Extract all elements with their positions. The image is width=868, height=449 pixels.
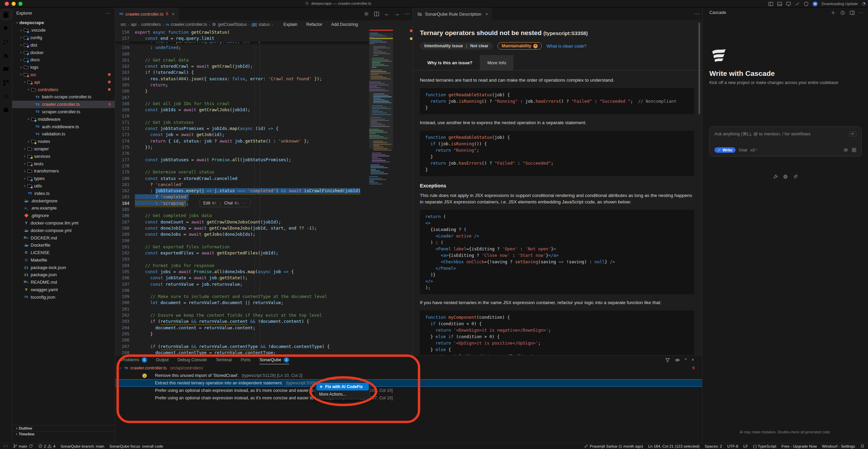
code-line-189[interactable]: 189 const doneJobs = await getJobs(doneJ… — [115, 231, 369, 237]
code-line-164[interactable]: 164 res.status(404).json({ success: fals… — [115, 76, 369, 82]
panel-tab-terminal[interactable]: Terminal — [216, 355, 232, 364]
tree-item-config[interactable]: ›config — [12, 34, 115, 41]
tab-more-info[interactable]: More Info — [480, 55, 514, 70]
code-line-186[interactable]: 186 // Get completed jobs data — [115, 213, 369, 219]
panel-tab-sonarqube[interactable]: SonarQube4 — [259, 355, 289, 364]
code-line-188[interactable]: 188 const doneJobIds = await getCrawlDon… — [115, 225, 369, 231]
code-line-203[interactable]: 203 if (returnValue && returnValue.conte… — [115, 318, 369, 325]
code-line-207[interactable]: 207 if (returnValue && returnValue.conte… — [115, 344, 369, 350]
breadcrumb-status[interactable]: status — [258, 22, 270, 27]
tree-item-package-json[interactable]: {}package.json — [12, 271, 115, 279]
code-line-166[interactable]: 166 } — [115, 88, 369, 94]
code-line-170[interactable]: 170 — [115, 113, 369, 119]
tree-item-tests[interactable]: ›tests — [12, 160, 115, 167]
code-line-204[interactable]: 204 document.content = returnValue.conte… — [115, 325, 369, 331]
code-line-150[interactable]: 150export async function getCrawlStatus( — [115, 29, 369, 35]
problem-row-1[interactable]: ⌄Remove this unused import of 'StoredCra… — [115, 372, 702, 379]
status-item[interactable]: { } TypeScript — [753, 444, 776, 448]
code-line-172[interactable]: 172 const jobStatusPromises = jobIds.map… — [115, 126, 369, 132]
activity-docker-box[interactable] — [1, 105, 11, 115]
code-line-169[interactable]: 169 const jobIds = await getCrawlJobs(jo… — [115, 107, 369, 113]
code-line-158[interactable]: 158 ? start + parseInt(req.query.limit, … — [115, 41, 369, 45]
breadcrumb-getcrawlstatus[interactable]: getCrawlStatus — [218, 22, 247, 27]
lens-add-docstring[interactable]: Add Docstring — [331, 22, 358, 27]
status-item[interactable]: SonarQube branch: main — [61, 444, 105, 448]
panel-tab-output[interactable]: Output — [156, 355, 169, 364]
activity-run-debug[interactable] — [1, 50, 11, 61]
status-item[interactable]: SonarQube focus: overall code — [109, 444, 163, 448]
screen-icon[interactable] — [786, 1, 791, 6]
tab-crawler-controller[interactable]: TS crawler.controller.ts 6 × — [115, 7, 179, 20]
breadcrumb-api[interactable]: api — [131, 22, 137, 27]
activity-files[interactable] — [1, 10, 11, 20]
columns-icon[interactable] — [768, 1, 773, 6]
code-line-206[interactable]: 206 — [115, 337, 369, 343]
code-editor[interactable]: 158 ? start + parseInt(req.query.limit, … — [115, 41, 369, 355]
panel-icon[interactable] — [777, 1, 782, 6]
status-item[interactable]: 24 — [38, 444, 56, 448]
minimap[interactable] — [369, 29, 393, 192]
tree-item-scraper[interactable]: ›scraper — [12, 145, 115, 153]
tree-item-logs[interactable]: ›logs — [12, 64, 115, 71]
code-line-205[interactable]: 205 } — [115, 331, 369, 337]
code-line-177[interactable]: 177 const jobStatuses = await Promise.al… — [115, 157, 369, 163]
code-line-201[interactable]: 201 — [115, 306, 369, 312]
paperclip-icon[interactable] — [793, 174, 798, 179]
layout-icon[interactable] — [850, 10, 855, 15]
code-line-178[interactable]: 178 — [115, 163, 369, 169]
status-item[interactable]: Ln 184, Col 21 (123 selected) — [648, 444, 699, 448]
write-mode-toggle[interactable]: Write — [714, 147, 736, 153]
status-item[interactable]: Free - Upgrade Now — [782, 444, 817, 448]
code-line-194[interactable]: 194 // Format jobs for response — [115, 263, 369, 269]
section-outline[interactable]: ›Outline — [12, 425, 115, 431]
code-line-157[interactable]: 157 const end = req.query.limit — [115, 35, 369, 41]
code-line-165[interactable]: 165 return; — [115, 82, 369, 88]
problem-row-4[interactable]: Prefer using an optional chain expressio… — [115, 394, 702, 402]
tree-item-batch-scrape-controller-ts[interactable]: TSbatch-scrape.controller.ts — [12, 93, 115, 101]
model-selector[interactable]: o3^ — [751, 148, 757, 152]
code-line-190[interactable]: 190 — [115, 238, 369, 244]
breadcrumb-src[interactable]: src — [121, 22, 126, 27]
tree-item-src[interactable]: ›src — [12, 71, 115, 79]
tree-item-dockerfile[interactable]: Dockerfile — [12, 242, 115, 249]
sticky-scroll[interactable]: 150export async function getCrawlStatus(… — [115, 29, 369, 42]
activity-sonarqube-waves[interactable] — [1, 91, 11, 101]
globe-icon[interactable] — [783, 174, 788, 179]
tree-item-docker-compose-yml[interactable]: docker-compose.yml — [12, 227, 115, 234]
code-line-159[interactable]: 159 : undefined; — [115, 45, 369, 51]
tree-item-utils[interactable]: ›utils — [12, 182, 115, 190]
tree-item--dockerignore[interactable]: .dockerignore — [12, 197, 115, 204]
code-line-181[interactable]: 181 ? 'cancelled' — [115, 182, 369, 188]
tree-root-deepscrape[interactable]: ›deepscrape — [12, 19, 115, 27]
code-line-180[interactable]: 180 const status = storedCrawl.cancelled — [115, 176, 369, 182]
sliders-icon[interactable] — [843, 148, 848, 152]
history-icon[interactable] — [840, 10, 845, 15]
code-line-198[interactable]: 198 — [115, 287, 369, 294]
activity-search[interactable] — [1, 23, 11, 33]
chat-mode-toggle[interactable]: Chat — [739, 148, 747, 152]
edit-action[interactable]: Edit ⌘I — [203, 201, 216, 205]
tree-item--vscode[interactable]: ›.vscode — [12, 27, 115, 34]
code-line-187[interactable]: 187 const doneCount = await getCrawlDone… — [115, 219, 369, 225]
tree-item-package-lock-json[interactable]: {}package-lock.json — [12, 264, 115, 271]
status-item[interactable] — [860, 444, 865, 448]
explorer-more-icon[interactable]: ··· — [106, 11, 111, 16]
arrow-right-icon[interactable]: → — [394, 11, 400, 17]
section-timeline[interactable]: ›Timeline — [12, 431, 115, 437]
tree-item-scraper-controller-ts[interactable]: TSscraper.controller.ts — [12, 108, 115, 116]
panel-tab-debug-console[interactable]: Debug Console — [177, 355, 207, 364]
tree-item-readme-md[interactable]: M↓README.md — [12, 279, 115, 286]
tree-item-controllers[interactable]: ›controllers — [12, 86, 115, 93]
tab-close-icon[interactable]: × — [172, 12, 175, 17]
problem-row-3[interactable]: Prefer using an optional chain expressio… — [115, 387, 702, 394]
tree-item-middleware[interactable]: ›middleware — [12, 115, 115, 123]
chevron-up-icon[interactable]: ^ — [685, 357, 687, 362]
fix-with-ai-codefix-item[interactable]: Fix with AI CodeFix — [316, 383, 369, 390]
tree-item-docs[interactable]: ›docs — [12, 56, 115, 64]
code-line-200[interactable]: 200 let document = returnValue?.document… — [115, 300, 369, 306]
more-icon[interactable]: ··· — [405, 11, 410, 17]
problem-row-2[interactable]: Extract this nested ternary operation in… — [115, 379, 702, 387]
activity-extensions[interactable] — [1, 78, 11, 88]
status-item[interactable]: LF — [743, 444, 748, 448]
split-editor-icon[interactable] — [374, 11, 379, 17]
